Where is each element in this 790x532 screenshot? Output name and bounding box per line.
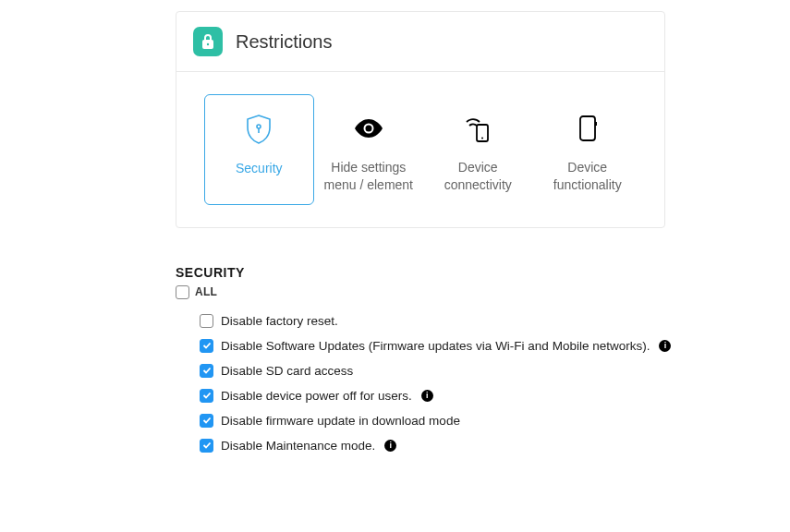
all-row: ALL	[176, 285, 693, 299]
signal-phone-icon	[462, 111, 493, 146]
option-label: Disable SD card access	[221, 364, 353, 378]
options-list: Disable factory reset. Disable Software …	[176, 308, 693, 458]
option-label: Disable firmware update in download mode	[221, 414, 460, 428]
checkbox[interactable]	[200, 314, 213, 328]
option-disable-software-updates: Disable Software Updates (Firmware updat…	[200, 333, 693, 358]
section-title: SECURITY	[176, 265, 693, 280]
tabs-row: Security Hide settings menu / element	[176, 72, 664, 227]
info-icon[interactable]: i	[659, 340, 671, 352]
checkbox[interactable]	[200, 389, 213, 403]
tab-device-functionality[interactable]: Device functionality	[533, 94, 643, 205]
tab-security[interactable]: Security	[204, 94, 314, 205]
option-label: Disable device power off for users.	[221, 389, 412, 403]
checkbox[interactable]	[200, 414, 213, 428]
option-disable-power-off: Disable device power off for users. i	[200, 383, 693, 408]
option-disable-maintenance-mode: Disable Maintenance mode. i	[200, 433, 693, 458]
svg-rect-9	[595, 122, 597, 126]
svg-point-2	[257, 125, 261, 128]
tab-label: Hide settings menu / element	[322, 159, 417, 194]
svg-point-1	[207, 43, 209, 45]
lock-icon	[193, 27, 223, 56]
checkbox[interactable]	[200, 439, 213, 453]
checkbox[interactable]	[200, 339, 213, 353]
page-title: Restrictions	[236, 31, 332, 53]
svg-point-5	[365, 126, 371, 132]
info-icon[interactable]: i	[384, 440, 396, 452]
security-section: SECURITY ALL Disable factory reset. Disa…	[176, 228, 693, 458]
option-label: Disable Software Updates (Firmware updat…	[221, 339, 650, 353]
eye-icon	[353, 111, 384, 146]
svg-point-7	[481, 138, 483, 139]
restrictions-panel: Restrictions Security Hide settings	[176, 11, 665, 228]
option-disable-sd-card: Disable SD card access	[200, 358, 693, 383]
tab-hide-settings[interactable]: Hide settings menu / element	[314, 94, 424, 205]
info-icon[interactable]: i	[421, 390, 433, 402]
checkbox-all[interactable]	[176, 285, 189, 299]
checkbox[interactable]	[200, 364, 213, 378]
option-disable-factory-reset: Disable factory reset.	[200, 308, 693, 333]
tab-label: Security	[236, 160, 283, 177]
panel-header: Restrictions	[176, 12, 664, 72]
tab-device-connectivity[interactable]: Device connectivity	[423, 94, 533, 205]
option-label: Disable factory reset.	[221, 314, 338, 328]
phone-icon	[578, 111, 597, 146]
svg-rect-8	[580, 116, 595, 140]
tab-label: Device connectivity	[431, 159, 526, 194]
all-label: ALL	[195, 285, 217, 298]
option-disable-firmware-download-mode: Disable firmware update in download mode	[200, 408, 693, 433]
option-label: Disable Maintenance mode.	[221, 439, 375, 453]
tab-label: Device functionality	[541, 159, 636, 194]
shield-icon	[245, 112, 273, 147]
